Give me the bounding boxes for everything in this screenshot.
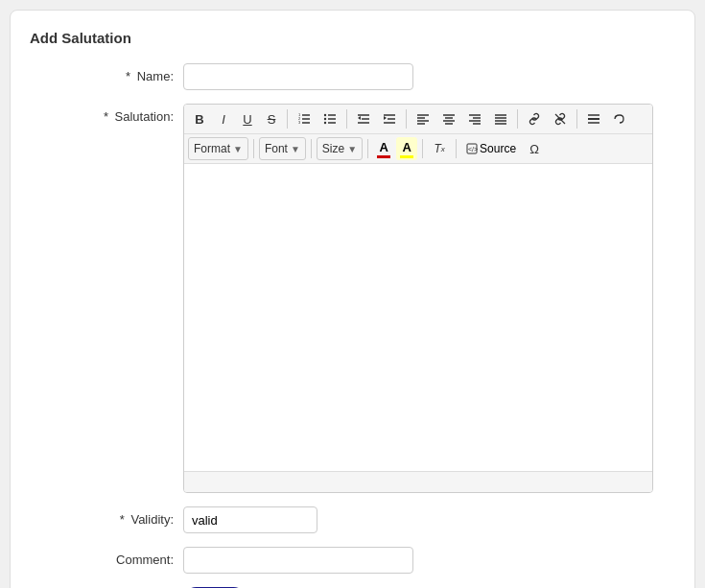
comment-input[interactable]: [183, 547, 413, 574]
separator2: [346, 109, 347, 129]
svg-marker-15: [358, 116, 361, 120]
validity-label: * Validity:: [30, 506, 183, 527]
omega-symbol: Ω: [529, 142, 539, 156]
unordered-list-button[interactable]: [317, 107, 342, 130]
align-right-button[interactable]: [462, 107, 487, 130]
indent-decrease-icon: [357, 112, 370, 126]
name-label: * Name:: [30, 63, 183, 83]
align-right-icon: [468, 112, 482, 126]
separator-r2-4: [422, 139, 423, 158]
ordered-list-icon: 1 2 3: [297, 112, 311, 126]
ordered-list-button[interactable]: 1 2 3: [292, 107, 317, 130]
align-left-icon: [416, 112, 430, 126]
validity-row: * Validity:: [30, 506, 675, 533]
svg-text:</>: </>: [468, 146, 478, 153]
svg-marker-19: [384, 116, 387, 120]
indent-increase-icon: [383, 112, 396, 126]
font-color-letter: A: [379, 140, 388, 154]
svg-text:3: 3: [298, 120, 301, 125]
underline-button[interactable]: U: [236, 107, 259, 130]
format-dropdown[interactable]: Format ▼: [188, 137, 248, 160]
highlight-letter: A: [402, 140, 411, 154]
horizontal-rule-button[interactable]: [581, 107, 606, 130]
salutation-editor: B I U S 1 2 3: [183, 104, 653, 493]
horizontal-rule-icon: [587, 112, 600, 126]
format-arrow: ▼: [233, 144, 243, 154]
page-title: Add Salutation: [30, 30, 675, 46]
required-star-salutation: *: [104, 109, 108, 124]
font-color-bar: [377, 155, 390, 158]
svg-point-8: [324, 118, 326, 120]
form-container: Add Salutation * Name: * Salutation: B I…: [10, 10, 695, 588]
clear-format-button[interactable]: Tx: [428, 137, 451, 160]
toolbar-row1: B I U S 1 2 3: [184, 105, 652, 134]
align-left-button[interactable]: [411, 107, 435, 130]
highlight-bar: [400, 155, 413, 158]
font-arrow: ▼: [291, 144, 300, 154]
highlight-color-button[interactable]: A: [396, 137, 417, 160]
link-icon: [528, 112, 541, 126]
undo-icon: [613, 112, 626, 126]
indent-increase-button[interactable]: [377, 107, 402, 130]
separator-r2-5: [456, 139, 457, 158]
required-star: *: [126, 69, 130, 83]
align-justify-button[interactable]: [488, 107, 513, 130]
undo-button[interactable]: [607, 107, 632, 130]
toolbar-row2: Format ▼ Font ▼ Size ▼ A: [184, 134, 652, 164]
link-button[interactable]: [522, 107, 547, 130]
required-star-validity: *: [120, 512, 125, 527]
unlink-icon: [553, 112, 567, 126]
svg-point-6: [324, 114, 326, 116]
editor-content-area[interactable]: [184, 164, 652, 471]
comment-label: Comment:: [30, 547, 183, 567]
comment-row: Comment:: [30, 547, 675, 574]
svg-line-36: [555, 114, 565, 124]
align-justify-icon: [494, 112, 507, 126]
bold-button[interactable]: B: [188, 107, 211, 130]
font-color-button[interactable]: A: [373, 137, 394, 160]
separator3: [406, 109, 407, 129]
source-button[interactable]: </> Source: [461, 137, 521, 160]
separator5: [576, 109, 577, 129]
salutation-label: * Salutation:: [30, 104, 183, 124]
omega-button[interactable]: Ω: [523, 137, 546, 160]
name-row: * Name:: [30, 63, 675, 90]
unordered-list-icon: [323, 112, 337, 126]
source-icon: </>: [466, 143, 478, 154]
indent-decrease-button[interactable]: [351, 107, 376, 130]
separator4: [517, 109, 518, 129]
separator1: [287, 109, 288, 129]
unlink-button[interactable]: [548, 107, 573, 130]
align-center-button[interactable]: [436, 107, 461, 130]
strikethrough-button[interactable]: S: [260, 107, 283, 130]
name-input[interactable]: [183, 63, 413, 90]
validity-input[interactable]: [183, 506, 317, 533]
editor-statusbar: [184, 471, 652, 492]
size-arrow: ▼: [347, 144, 357, 154]
svg-point-10: [324, 122, 326, 124]
separator-r2-1: [253, 139, 254, 158]
align-center-icon: [442, 112, 456, 126]
salutation-row: * Salutation: B I U S 1 2: [30, 104, 675, 493]
italic-button[interactable]: I: [212, 107, 235, 130]
separator-r2-2: [311, 139, 312, 158]
font-dropdown[interactable]: Font ▼: [259, 137, 306, 160]
size-dropdown[interactable]: Size ▼: [317, 137, 363, 160]
separator-r2-3: [367, 139, 368, 158]
